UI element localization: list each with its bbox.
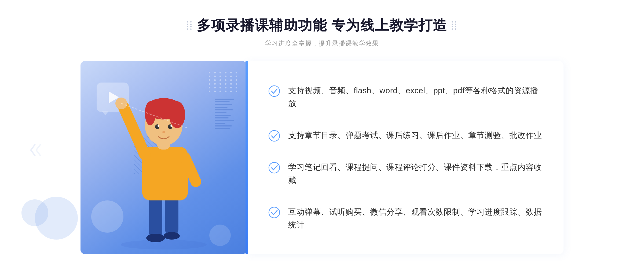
decorative-dots-right bbox=[452, 21, 457, 30]
svg-rect-1 bbox=[149, 195, 162, 238]
title-wrapper: 多项录播课辅助功能 专为线上教学打造 bbox=[187, 16, 457, 35]
content-area: 支持视频、音频、flash、word、excel、ppt、pdf等各种格式的资源… bbox=[80, 61, 564, 254]
feature-item-1: 支持视频、音频、flash、word、excel、ppt、pdf等各种格式的资源… bbox=[268, 80, 542, 114]
svg-point-17 bbox=[170, 125, 172, 127]
header-section: 多项录播课辅助功能 专为线上教学打造 学习进度全掌握，提升录播课教学效果 bbox=[187, 16, 457, 48]
svg-line-6 bbox=[123, 107, 145, 155]
svg-point-20 bbox=[269, 86, 280, 96]
check-icon-1 bbox=[268, 85, 280, 97]
feature-text-4: 互动弹幕、试听购买、微信分享、观看次数限制、学习进度跟踪、数据统计 bbox=[288, 206, 542, 231]
feature-item-3: 学习笔记回看、课程提问、课程评论打分、课件资料下载，重点内容收藏 bbox=[268, 156, 542, 191]
svg-point-16 bbox=[158, 125, 159, 127]
check-icon-4 bbox=[268, 207, 280, 218]
svg-point-22 bbox=[269, 162, 280, 173]
feature-text-1: 支持视频、音频、flash、word、excel、ppt、pdf等各种格式的资源… bbox=[288, 84, 542, 110]
outer-chevron-decoration bbox=[30, 142, 48, 159]
character-illustration bbox=[80, 61, 247, 254]
feature-text-2: 支持章节目录、弹题考试、课后练习、课后作业、章节测验、批改作业 bbox=[288, 129, 542, 142]
sub-title: 学习进度全掌握，提升录播课教学效果 bbox=[187, 39, 457, 48]
blue-accent-bar bbox=[246, 61, 248, 254]
svg-point-21 bbox=[269, 130, 280, 141]
feature-text-3: 学习笔记回看、课程提问、课程评论打分、课件资料下载，重点内容收藏 bbox=[288, 161, 542, 187]
check-icon-2 bbox=[268, 130, 280, 142]
page-container: 多项录播课辅助功能 专为线上教学打造 学习进度全掌握，提升录播课教学效果 bbox=[0, 0, 644, 261]
svg-point-18 bbox=[162, 131, 165, 133]
svg-point-15 bbox=[168, 124, 172, 129]
svg-point-4 bbox=[164, 232, 180, 240]
left-illustration-panel bbox=[80, 61, 247, 254]
svg-rect-2 bbox=[165, 195, 178, 235]
feature-item-2: 支持章节目录、弹题考试、课后练习、课后作业、章节测验、批改作业 bbox=[268, 125, 542, 146]
svg-point-12 bbox=[169, 101, 185, 128]
svg-point-23 bbox=[269, 207, 280, 218]
decorative-dots-left bbox=[187, 21, 192, 30]
check-icon-3 bbox=[268, 162, 280, 174]
svg-point-0 bbox=[121, 240, 207, 249]
svg-point-14 bbox=[155, 124, 159, 129]
feature-item-4: 互动弹幕、试听购买、微信分享、观看次数限制、学习进度跟踪、数据统计 bbox=[268, 201, 542, 236]
svg-point-13 bbox=[145, 101, 156, 125]
right-features-panel: 支持视频、音频、flash、word、excel、ppt、pdf等各种格式的资源… bbox=[247, 61, 564, 254]
bg-circle-small bbox=[21, 199, 48, 226]
main-title: 多项录播课辅助功能 专为线上教学打造 bbox=[197, 16, 447, 35]
svg-point-3 bbox=[146, 234, 165, 242]
